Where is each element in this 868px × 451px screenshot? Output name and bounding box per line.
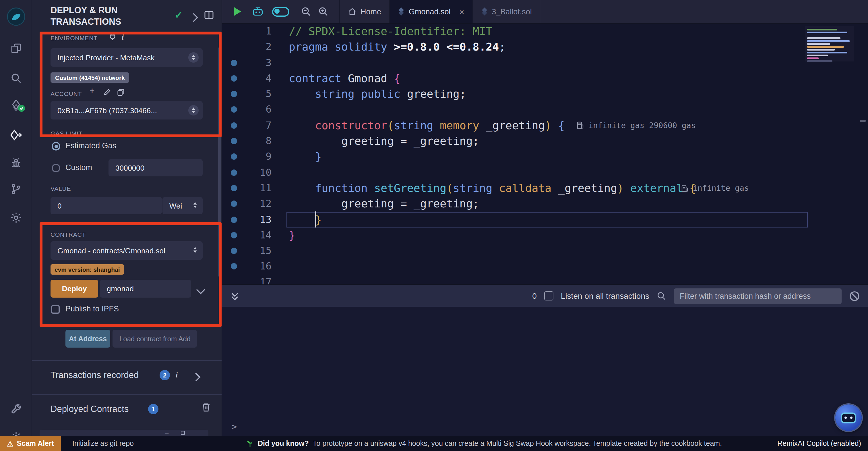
zoom-out-icon[interactable] <box>301 6 312 17</box>
solidity-file-icon <box>398 7 405 16</box>
panel-collapse-chevron-icon[interactable] <box>191 12 197 23</box>
copilot-toggle[interactable] <box>272 7 289 17</box>
divider <box>32 394 222 395</box>
remix-ide-window: DEPLOY & RUN TRANSACTIONS ✓ ENVIRONMENT … <box>0 0 868 451</box>
publish-ipfs-label: Publish to IPFS <box>65 305 119 313</box>
value-input[interactable] <box>51 197 162 214</box>
code-lines: 1// SPDX-License-Identifier: MIT2pragma … <box>222 24 868 284</box>
environment-stepper-icon[interactable] <box>188 52 198 63</box>
panel-title: DEPLOY & RUN TRANSACTIONS <box>51 5 151 27</box>
gutter-dot-icon <box>231 248 237 254</box>
at-address-input[interactable] <box>113 330 197 347</box>
debugger-icon[interactable] <box>0 157 32 169</box>
terminal-output[interactable]: > <box>222 307 868 436</box>
minimap[interactable] <box>805 26 854 61</box>
code-text: pragma solidity >=0.8.0 <=0.8.24; <box>289 40 505 53</box>
contract-arrows-icon[interactable] <box>193 247 197 253</box>
scam-alert-button[interactable]: ⚠ Scam Alert <box>0 436 61 451</box>
line-number: 2 <box>243 39 272 55</box>
build-icon[interactable] <box>0 403 32 415</box>
contract-select[interactable]: Gmonad - contracts/Gmonad.sol <box>51 241 203 260</box>
code-line-10: 10 <box>222 165 868 180</box>
line-number: 12 <box>243 196 272 212</box>
expand-icon[interactable] <box>181 431 185 435</box>
editor-scrollbar[interactable] <box>860 120 866 122</box>
panel-scrollbar[interactable] <box>218 47 221 277</box>
deploy-expand-chevron-icon[interactable] <box>197 285 204 295</box>
tab-home[interactable]: Home <box>339 0 390 23</box>
git-icon[interactable] <box>0 183 32 195</box>
code-editor[interactable]: 1// SPDX-License-Identifier: MIT2pragma … <box>222 24 868 284</box>
close-tab-icon[interactable]: × <box>459 7 464 16</box>
account-stepper-icon[interactable] <box>188 105 198 115</box>
zoom-in-icon[interactable] <box>318 6 329 17</box>
ai-robot-icon[interactable] <box>251 6 264 17</box>
copy-account-icon[interactable] <box>117 88 125 98</box>
transactions-expand-chevron-icon[interactable] <box>193 372 199 383</box>
line-number: 5 <box>243 86 272 102</box>
warning-icon: ⚠ <box>7 439 13 448</box>
line-number: 3 <box>243 55 272 71</box>
code-line-9: 9 } <box>222 149 868 165</box>
edit-account-icon[interactable] <box>103 88 111 98</box>
code-text: contract Gmonad { <box>289 72 400 84</box>
line-number: 15 <box>243 243 272 259</box>
screen: DEPLOY & RUN TRANSACTIONS ✓ ENVIRONMENT … <box>0 0 868 451</box>
code-line-13: 13 } <box>222 212 868 227</box>
estimated-gas-radio[interactable] <box>52 142 60 150</box>
trash-icon[interactable] <box>202 403 210 414</box>
tab-home-label: Home <box>361 7 381 16</box>
code-line-17: 17 <box>222 275 868 285</box>
solidity-compiler-icon[interactable] <box>0 100 32 112</box>
minimize-icon[interactable]: – <box>165 430 168 435</box>
line-number: 8 <box>243 133 272 149</box>
terminal-search-icon[interactable] <box>657 291 666 301</box>
tab-gmonad[interactable]: Gmonad.sol × <box>390 0 473 23</box>
environment-select[interactable]: Injected Provider - MetaMask <box>51 48 203 67</box>
code-text: function setGreeting(string calldata _gr… <box>289 181 696 194</box>
clear-console-icon[interactable] <box>849 290 860 301</box>
code-line-7: 7 constructor(string memory _greeting) {… <box>222 118 868 134</box>
plugin-manager-icon[interactable] <box>0 212 32 224</box>
gutter-dot-icon <box>231 169 237 175</box>
transaction-filter-input[interactable] <box>674 288 842 304</box>
code-line-11: 11 function setGreeting(string calldata … <box>222 180 868 196</box>
search-icon[interactable] <box>0 72 32 84</box>
gutter-dot-icon <box>231 75 237 82</box>
value-unit: Wei <box>169 201 182 210</box>
run-script-icon[interactable] <box>234 7 241 16</box>
deployed-contract-card-partial[interactable]: – <box>40 430 208 436</box>
custom-gas-input[interactable] <box>108 159 203 176</box>
transactions-info-icon[interactable]: i <box>176 371 178 380</box>
custom-gas-radio[interactable] <box>52 164 60 172</box>
copilot-status[interactable]: RemixAI Copilot (enabled) <box>777 436 861 451</box>
listen-all-checkbox[interactable] <box>544 291 553 301</box>
publish-ipfs-checkbox[interactable] <box>51 305 60 314</box>
account-select[interactable]: 0xB1a...AF67b (7037.30466... <box>51 101 203 119</box>
gas-limit-label: GAS LIMIT <box>51 130 82 137</box>
add-account-icon[interactable]: + <box>90 86 95 95</box>
at-address-button[interactable]: At Address <box>65 330 110 347</box>
value-unit-select[interactable]: Wei <box>162 197 203 214</box>
value-unit-arrows-icon[interactable] <box>193 202 197 208</box>
tab-ballot[interactable]: 3_Ballot.sol <box>473 0 540 23</box>
init-git-repo-button[interactable]: Initialize as git repo <box>72 436 134 451</box>
file-explorer-icon[interactable] <box>0 42 32 55</box>
panel-layout-icon[interactable] <box>205 11 214 21</box>
gas-pump-icon <box>577 121 584 130</box>
deploy-and-run-icon[interactable] <box>0 129 32 142</box>
environment-info-icon[interactable]: i <box>122 33 124 42</box>
terminal-collapse-icon[interactable] <box>230 291 239 301</box>
code-text: constructor(string memory _greeting) { <box>289 119 565 132</box>
panel-check-icon: ✓ <box>175 9 183 21</box>
constructor-arg-input[interactable] <box>100 280 191 298</box>
gutter-dot-icon <box>231 122 237 129</box>
account-label: ACCOUNT <box>51 90 82 97</box>
deploy-button[interactable]: Deploy <box>51 280 98 298</box>
plug-icon[interactable] <box>109 33 116 43</box>
remixai-assistant-button[interactable] <box>835 404 862 431</box>
text-cursor <box>315 212 316 227</box>
gutter-dot-icon <box>231 138 237 144</box>
line-number: 7 <box>243 118 272 134</box>
remix-logo[interactable] <box>0 7 32 26</box>
